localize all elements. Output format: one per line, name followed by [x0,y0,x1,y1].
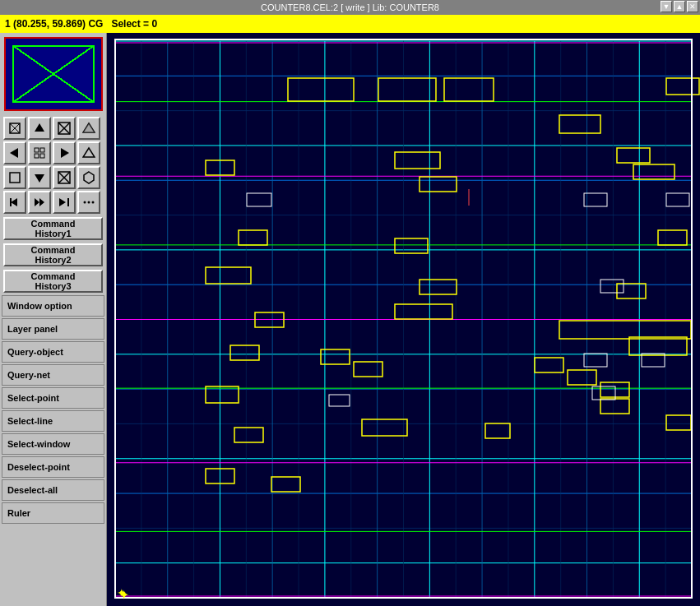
tb-select-icon[interactable] [3,117,26,140]
canvas-area[interactable]: ✦ [107,33,700,606]
svg-rect-11 [40,148,44,152]
tb-tri-icon[interactable] [77,141,100,164]
svg-marker-25 [35,198,39,206]
query-object-item[interactable]: Query-object [2,341,104,363]
tb-more-icon[interactable] [77,191,100,214]
main-layout: Command History1 Command History2 Comman… [0,33,700,606]
schematic-canvas[interactable] [107,33,700,606]
sidebar: Command History1 Command History2 Comman… [0,33,107,606]
svg-marker-15 [83,148,95,157]
tb-ffwd-icon[interactable] [28,191,51,214]
svg-marker-8 [83,123,95,132]
close-button[interactable]: ✕ [687,1,698,12]
window-option-item[interactable]: Window option [2,295,104,317]
tb-prev-icon[interactable] [3,191,26,214]
svg-marker-24 [11,198,17,206]
ruler-item[interactable]: Ruler [2,502,104,524]
command-history-2-button[interactable]: Command History2 [3,243,103,266]
tb-grid-icon[interactable] [28,141,51,164]
tb-down-icon[interactable] [28,166,51,189]
command-history-1-button[interactable]: Command History1 [3,217,103,240]
svg-marker-26 [39,198,44,206]
svg-marker-9 [10,148,18,158]
svg-marker-27 [59,198,66,206]
tb-hex-icon[interactable] [77,166,100,189]
thumbnail-area[interactable] [4,37,103,111]
svg-marker-17 [35,174,44,183]
thumbnail-x [12,45,95,103]
svg-rect-12 [35,154,39,158]
svg-marker-14 [61,148,69,158]
tb-x2-icon[interactable] [53,166,76,189]
tb-up-icon[interactable] [28,117,51,140]
svg-marker-21 [84,172,94,183]
title-text: COUNTER8.CEL:2 [ write ] Lib: COUNTER8 [261,2,439,12]
svg-rect-16 [10,173,20,183]
layer-panel-item[interactable]: Layer panel [2,318,104,340]
tb-cross-icon[interactable] [53,117,76,140]
deselect-point-item[interactable]: Deselect-point [2,456,104,478]
deselect-all-item[interactable]: Deselect-all [2,479,104,501]
svg-point-29 [84,201,86,204]
tb-box-icon[interactable] [3,166,26,189]
select-line-item[interactable]: Select-line [2,410,104,432]
svg-point-31 [92,201,95,204]
query-net-item[interactable]: Query-net [2,364,104,386]
tb-left-icon[interactable] [3,141,26,164]
svg-point-30 [88,201,90,204]
tb-mountain-icon[interactable] [77,117,100,140]
command-history-3-button[interactable]: Command History3 [3,270,103,293]
tb-next-icon[interactable] [53,191,76,214]
svg-rect-10 [35,148,39,152]
window-controls: ▼ ▲ ✕ [661,1,698,12]
coords-bar: 1 (80.255, 59.869) CG Select = 0 [0,15,700,33]
select-window-item[interactable]: Select-window [2,433,104,455]
thumbnail-inner [6,39,101,109]
svg-rect-13 [40,154,44,158]
svg-marker-3 [35,123,44,132]
tb-right-icon[interactable] [53,141,76,164]
maximize-button[interactable]: ▲ [674,1,685,12]
cursor-indicator: ✦ [117,586,127,599]
select-display: Select = 0 [111,18,157,30]
toolbar-grid [0,115,106,215]
title-bar: COUNTER8.CEL:2 [ write ] Lib: COUNTER8 ▼… [0,0,700,15]
position-display: 1 (80.255, 59.869) CG [5,18,103,30]
select-point-item[interactable]: Select-point [2,387,104,409]
minimize-button[interactable]: ▼ [661,1,672,12]
